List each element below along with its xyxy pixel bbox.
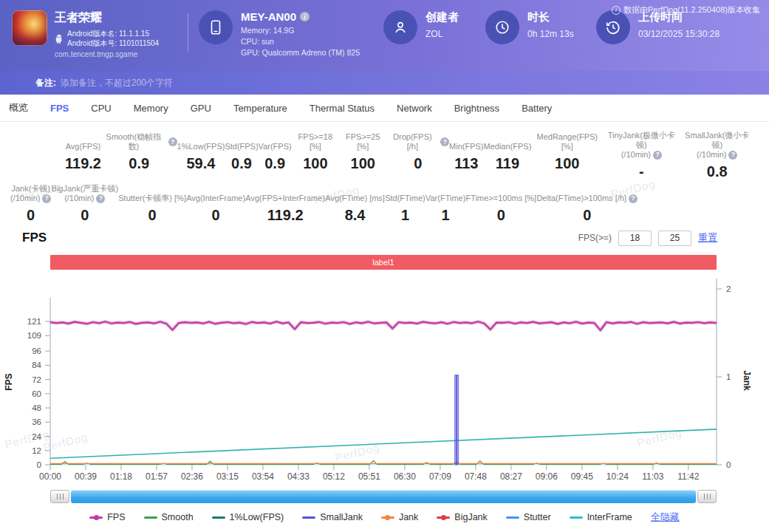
legend-item-jank[interactable]: Jank xyxy=(381,512,418,522)
tab-fps[interactable]: FPS xyxy=(50,103,69,114)
fps-filter-label: FPS(>=) xyxy=(578,233,612,243)
help-icon[interactable]: ? xyxy=(440,137,449,146)
stat-value: 0.9 xyxy=(101,155,177,172)
legend-item-stutter[interactable]: Stutter xyxy=(506,512,551,522)
stat-label: Avg(InterFrame) xyxy=(186,183,245,203)
help-icon[interactable]: ? xyxy=(96,194,105,203)
fps-axis-tick: 36 xyxy=(32,417,41,426)
duration-value: 0h 12m 13s xyxy=(527,29,574,39)
device-info-icon[interactable]: i xyxy=(300,12,310,21)
jank-axis-tick: 2 xyxy=(726,284,731,293)
tab-memory[interactable]: Memory xyxy=(134,103,168,114)
upload-value: 03/12/2025 15:30:28 xyxy=(638,29,720,39)
reset-button[interactable]: 重置 xyxy=(698,231,717,245)
legend-marker xyxy=(89,516,103,519)
grip-icon xyxy=(704,494,711,499)
tab-network[interactable]: Network xyxy=(397,103,432,114)
series-interframe xyxy=(50,429,717,458)
stat-label: Smooth(稳帧指数)? xyxy=(101,131,177,151)
legend-item-bigjank[interactable]: BigJank xyxy=(437,512,487,522)
stats-row-2: PerfDog PerfDog PerfDog Jank(卡顿)(/10min)… xyxy=(0,180,769,225)
tab-battery[interactable]: Battery xyxy=(522,103,552,114)
help-icon[interactable]: ? xyxy=(629,194,638,203)
stat-item: Avg(InterFrame)0 xyxy=(186,183,245,225)
game-version-name: Android版本名: 11.1.1.15 xyxy=(67,29,159,38)
stat-label: Stutter(卡顿率) [%] xyxy=(118,183,186,203)
scrollbar-right-handle[interactable] xyxy=(697,490,717,503)
fps-threshold-high-input[interactable] xyxy=(658,231,691,246)
time-axis-tick: 05:12 xyxy=(323,471,345,482)
scrollbar-track[interactable] xyxy=(71,490,696,503)
watermark: PerfDog xyxy=(636,426,683,449)
chart-scrollbar xyxy=(50,490,717,503)
game-title: 王者荣耀 xyxy=(55,10,159,26)
fps-chart[interactable]: PerfDogPerfDogPerfDogPerfDog012243648607… xyxy=(0,270,769,488)
stat-label: Avg(FPS) xyxy=(65,131,101,151)
stat-value: 100 xyxy=(339,155,386,172)
legend-label: FPS xyxy=(107,512,125,522)
fps-axis-tick: 72 xyxy=(32,375,41,384)
legend-label: SmallJank xyxy=(320,512,363,522)
legend-item-smooth[interactable]: Smooth xyxy=(144,512,194,522)
game-package: com.tencent.tmgp.sgame xyxy=(55,50,159,58)
stat-label: Std(FTime) xyxy=(385,183,425,203)
time-axis-tick: 01:57 xyxy=(146,471,168,482)
stat-value: 100 xyxy=(531,155,603,172)
tab-cpu[interactable]: CPU xyxy=(91,103,111,114)
stat-value: 119.2 xyxy=(65,155,101,172)
time-axis-tick: 09:45 xyxy=(571,471,593,482)
device-model: MEY-AN00 xyxy=(241,10,296,23)
legend-label: BigJank xyxy=(454,512,487,522)
stat-value: 1 xyxy=(385,207,425,224)
tab-概览[interactable]: 概览 xyxy=(9,101,28,115)
remark-input[interactable]: 备注: 添加备注，不超过200个字符 xyxy=(0,71,769,95)
legend-item-1-low-fps-[interactable]: 1%Low(FPS) xyxy=(212,512,284,522)
stat-item: Avg(FTime) [ms]8.4 xyxy=(325,183,385,225)
tab-gpu[interactable]: GPU xyxy=(191,103,211,114)
fps-threshold-low-input[interactable] xyxy=(618,231,652,246)
fps-section-title: FPS xyxy=(22,231,47,245)
stat-value: 59.4 xyxy=(177,155,225,172)
legend-marker xyxy=(212,516,225,519)
device-gpu: GPU: Qualcomm Adreno (TM) 825 xyxy=(241,47,360,58)
fps-axis-tick: 84 xyxy=(32,361,41,369)
time-axis-tick: 10:24 xyxy=(606,471,629,482)
creator-value: ZOL xyxy=(425,29,459,39)
fps-axis-tick: 121 xyxy=(27,317,41,326)
label1-banner[interactable]: label1 xyxy=(50,255,717,270)
duration-block: 时长 0h 12m 13s xyxy=(485,10,596,44)
stat-label: BigJank(严重卡顿)(/10min)? xyxy=(52,183,118,203)
legend-marker xyxy=(437,516,450,519)
collect-note: i 数据由PerfDog(11.2.250408)版本收集 xyxy=(612,4,760,16)
legend-marker xyxy=(381,516,394,519)
stat-label: Avg(FPS+InterFrame) xyxy=(245,183,325,203)
legend-marker xyxy=(302,516,315,519)
legend-item-fps[interactable]: FPS xyxy=(89,512,125,522)
creator-block: 创建者 ZOL xyxy=(383,10,485,44)
stat-label: SmallJank(微小卡顿)(/10min)? xyxy=(680,131,754,160)
tab-thermal-status[interactable]: Thermal Status xyxy=(310,103,375,114)
stat-label: 1%Low(FPS) xyxy=(177,131,225,151)
tab-brightness[interactable]: Brightness xyxy=(454,103,499,114)
clock-icon xyxy=(485,10,519,44)
help-icon[interactable]: ? xyxy=(728,151,737,160)
time-axis-tick: 06:30 xyxy=(394,471,416,482)
help-icon[interactable]: ? xyxy=(653,151,662,160)
help-icon[interactable]: ? xyxy=(42,194,51,203)
time-axis-tick: 05:51 xyxy=(358,471,380,482)
stat-value: 0 xyxy=(386,155,449,172)
stat-value: 100 xyxy=(292,155,339,172)
collect-note-text: 数据由PerfDog(11.2.250408)版本收集 xyxy=(623,4,760,16)
stat-label: Avg(FTime) [ms] xyxy=(325,183,385,203)
legend-item-smalljank[interactable]: SmallJank xyxy=(302,512,363,522)
hide-all-link[interactable]: 全隐藏 xyxy=(651,511,680,524)
help-icon[interactable]: ? xyxy=(168,137,177,146)
tab-temperature[interactable]: Temperature xyxy=(233,103,287,114)
scrollbar-left-handle[interactable] xyxy=(50,490,69,503)
creator-label: 创建者 xyxy=(425,10,459,24)
legend-label: Smooth xyxy=(162,512,194,522)
legend-item-interframe[interactable]: InterFrame xyxy=(570,512,632,522)
series-fps xyxy=(50,321,717,330)
stat-item: Var(FPS)0.9 xyxy=(259,131,292,180)
stat-item: Median(FPS)119 xyxy=(484,131,532,180)
